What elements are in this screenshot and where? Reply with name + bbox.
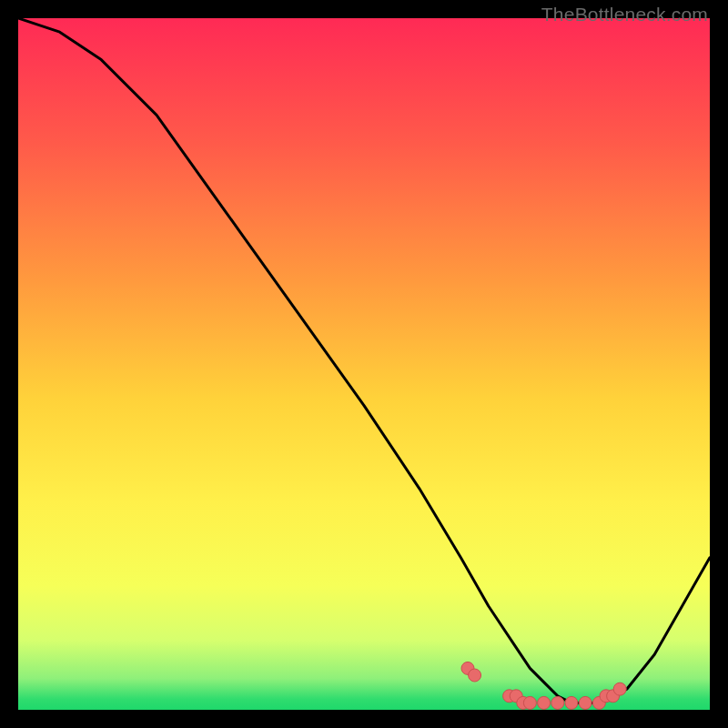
curve-marker (551, 696, 564, 709)
gradient-background (18, 18, 710, 710)
curve-marker (579, 696, 592, 709)
bottleneck-chart (18, 18, 710, 710)
curve-marker (565, 696, 578, 709)
curve-marker (613, 682, 626, 695)
curve-marker (469, 669, 481, 682)
chart-frame (18, 18, 710, 710)
curve-marker (538, 696, 551, 709)
watermark-text: TheBottleneck.com (541, 4, 708, 25)
curve-marker (523, 696, 536, 709)
